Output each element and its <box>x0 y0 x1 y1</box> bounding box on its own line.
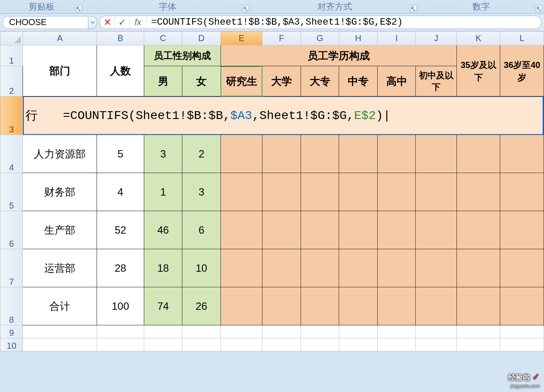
cell[interactable] <box>144 338 182 351</box>
cell[interactable] <box>500 325 544 338</box>
cell-count[interactable]: 28 <box>97 249 144 287</box>
cell[interactable] <box>377 325 415 338</box>
dialog-launcher-icon[interactable] <box>242 5 249 12</box>
editing-cell[interactable]: 行 =COUNTIFS(Sheet1!$B:$B,$A3,Sheet1!$G:$… <box>23 96 544 135</box>
header-grad[interactable]: 研究生 <box>220 66 262 96</box>
cell[interactable] <box>301 249 339 287</box>
cell[interactable] <box>301 338 339 351</box>
col-header[interactable]: J <box>416 32 457 45</box>
cell[interactable] <box>339 249 377 287</box>
cell[interactable] <box>416 325 457 338</box>
cell[interactable] <box>301 173 339 211</box>
col-header[interactable]: F <box>262 32 301 45</box>
row-header[interactable]: 7 <box>0 249 23 287</box>
col-header[interactable]: I <box>377 32 415 45</box>
cell-female[interactable]: 2 <box>182 135 220 173</box>
col-header-selected[interactable]: E <box>220 32 262 45</box>
dialog-launcher-icon[interactable] <box>410 5 417 12</box>
fx-icon[interactable]: fx <box>130 16 147 29</box>
cell[interactable] <box>262 338 301 351</box>
dialog-launcher-icon[interactable] <box>75 5 82 12</box>
col-header[interactable]: K <box>457 32 500 45</box>
cell-dept[interactable]: 合计 <box>23 287 97 325</box>
cell[interactable] <box>500 249 544 287</box>
col-header[interactable]: L <box>500 32 544 45</box>
cell[interactable] <box>500 135 544 173</box>
cell[interactable] <box>377 287 415 325</box>
cell-female[interactable]: 26 <box>182 287 220 325</box>
header-female[interactable]: 女 <box>182 66 220 96</box>
cell[interactable] <box>262 211 301 249</box>
header-highschool[interactable]: 高中 <box>377 66 415 96</box>
cell[interactable] <box>416 211 457 249</box>
cell-dept[interactable]: 生产部 <box>23 211 97 249</box>
cell[interactable] <box>97 338 144 351</box>
select-all-triangle[interactable] <box>0 32 23 45</box>
header-college[interactable]: 大专 <box>301 66 339 96</box>
cell[interactable] <box>220 173 262 211</box>
cell-dept[interactable]: 运营部 <box>23 249 97 287</box>
cell-male[interactable]: 18 <box>144 249 182 287</box>
cancel-icon[interactable]: ✕ <box>100 16 115 29</box>
cell[interactable] <box>377 135 415 173</box>
header-age36[interactable]: 36岁至40岁 <box>500 45 544 96</box>
column-header-row[interactable]: A B C D E F G H I J K L <box>0 32 544 45</box>
cell[interactable] <box>339 135 377 173</box>
cell[interactable] <box>220 325 262 338</box>
row-header[interactable]: 2 <box>0 66 23 96</box>
cell[interactable] <box>97 325 144 338</box>
cell[interactable] <box>416 249 457 287</box>
cell[interactable] <box>220 211 262 249</box>
row-header[interactable]: 8 <box>0 287 23 325</box>
col-header[interactable]: H <box>339 32 377 45</box>
name-box[interactable]: CHOOSE <box>3 16 97 29</box>
cell[interactable] <box>262 249 301 287</box>
col-header[interactable]: B <box>97 32 144 45</box>
cell[interactable] <box>339 338 377 351</box>
cell-male[interactable]: 3 <box>144 135 182 173</box>
formula-input-area[interactable]: ✕ ✓ fx =COUNTIFS(Sheet1!$B:$B,$A3,Sheet1… <box>100 16 541 29</box>
row-header-selected[interactable]: 3 <box>0 96 23 135</box>
col-header[interactable]: G <box>301 32 339 45</box>
cell-count[interactable]: 4 <box>97 173 144 211</box>
cell[interactable] <box>377 338 415 351</box>
cell-count[interactable]: 5 <box>97 135 144 173</box>
cell[interactable] <box>23 325 97 338</box>
spreadsheet-grid[interactable]: A B C D E F G H I J K L 1 部门 人数 员工性别构成 员… <box>0 31 544 351</box>
cell[interactable] <box>457 325 500 338</box>
header-junior[interactable]: 初中及以下 <box>416 66 457 96</box>
cell[interactable] <box>457 135 500 173</box>
cell[interactable] <box>416 338 457 351</box>
col-header[interactable]: A <box>23 32 97 45</box>
cell[interactable] <box>220 338 262 351</box>
cell[interactable] <box>500 173 544 211</box>
cell[interactable] <box>339 287 377 325</box>
cell[interactable] <box>500 287 544 325</box>
cell-count[interactable]: 100 <box>97 287 144 325</box>
formula-text[interactable]: =COUNTIFS(Sheet1!$B:$B,$A3,Sheet1!$G:$G,… <box>147 17 541 28</box>
cell[interactable] <box>23 338 97 351</box>
cell[interactable] <box>262 173 301 211</box>
cell-male[interactable]: 46 <box>144 211 182 249</box>
cell[interactable] <box>220 287 262 325</box>
cell[interactable] <box>416 173 457 211</box>
cell-dept[interactable]: 财务部 <box>23 173 97 211</box>
cell[interactable] <box>262 135 301 173</box>
cell-count[interactable]: 52 <box>97 211 144 249</box>
col-header[interactable]: C <box>144 32 182 45</box>
row-header[interactable]: 1 <box>0 45 23 66</box>
cell[interactable] <box>301 325 339 338</box>
cell[interactable] <box>339 325 377 338</box>
row-header[interactable]: 6 <box>0 211 23 249</box>
header-count[interactable]: 人数 <box>97 45 144 96</box>
cell[interactable] <box>500 338 544 351</box>
header-dept[interactable]: 部门 <box>23 45 97 96</box>
cell[interactable] <box>182 325 220 338</box>
in-cell-editor[interactable]: 行 =COUNTIFS(Sheet1!$B:$B,$A3,Sheet1!$G:$… <box>23 96 544 135</box>
cell-male[interactable]: 1 <box>144 173 182 211</box>
row-header[interactable]: 4 <box>0 135 23 173</box>
cell[interactable] <box>457 211 500 249</box>
enter-icon[interactable]: ✓ <box>115 16 130 29</box>
cell[interactable] <box>220 249 262 287</box>
cell[interactable] <box>457 287 500 325</box>
